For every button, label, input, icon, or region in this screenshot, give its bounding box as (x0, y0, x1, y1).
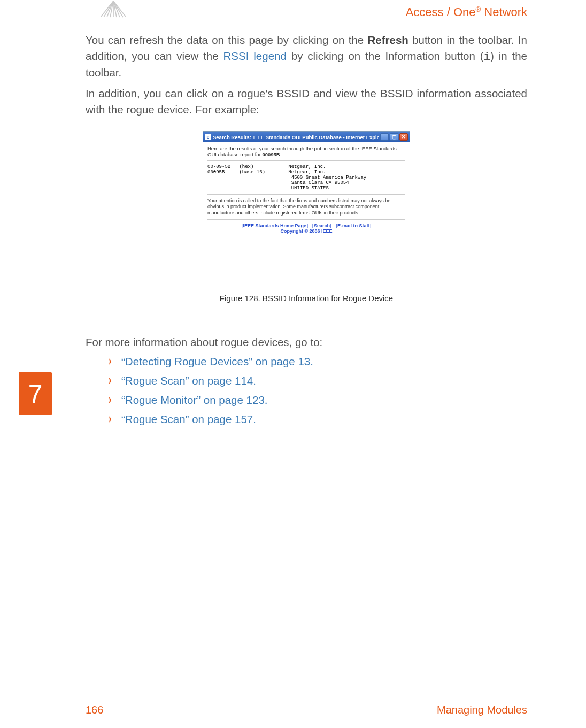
chapter-tab: 7 (19, 372, 52, 415)
footer-section-title: Managing Modules (437, 704, 527, 716)
bullet-icon (108, 377, 114, 385)
header-logo-icon (101, 1, 126, 21)
link-detecting-rogue[interactable]: “Detecting Rogue Devices” on page 13. (121, 355, 313, 368)
divider (207, 194, 405, 195)
divider (207, 160, 405, 161)
divider (207, 219, 405, 220)
ie-window-title: Search Results: IEEE Standards OUI Publi… (213, 134, 379, 140)
link-rogue-monitor[interactable]: “Rogue Monitor” on page 123. (121, 394, 268, 407)
paragraph-refresh: You can refresh the data on this page by… (86, 32, 527, 81)
footer-rule (86, 701, 527, 701)
list-item: “Rogue Scan” on page 157. (108, 413, 527, 426)
ie-window: e Search Results: IEEE Standards OUI Pub… (203, 131, 410, 286)
close-button[interactable]: ✕ (399, 133, 408, 141)
header-rule (86, 22, 527, 22)
header-product-title: Access / One® Network (406, 5, 527, 19)
link-rogue-scan-157[interactable]: “Rogue Scan” on page 157. (121, 413, 256, 426)
list-item: “Detecting Rogue Devices” on page 13. (108, 355, 527, 368)
ieee-home-link[interactable]: [IEEE Standards Home Page] (241, 223, 308, 228)
maximize-button[interactable]: ▢ (390, 133, 398, 141)
figure-128: e Search Results: IEEE Standards OUI Pub… (86, 131, 527, 303)
ieee-copyright: Copyright © 2006 IEEE (280, 228, 332, 234)
rssi-legend-link[interactable]: RSSI legend (223, 50, 287, 62)
minimize-button[interactable]: _ (380, 133, 389, 141)
refresh-label: Refresh (368, 34, 408, 46)
ieee-search-link[interactable]: [Search] (312, 223, 331, 228)
ie-oui-block: 00-09-5B (hex) Netgear, Inc. 00095B (bas… (207, 164, 405, 191)
ie-footer-links: [IEEE Standards Home Page] - [Search] - … (207, 223, 405, 234)
bullet-icon (108, 396, 114, 404)
bullet-icon (108, 416, 114, 423)
list-item: “Rogue Monitor” on page 123. (108, 394, 527, 407)
link-rogue-scan-114[interactable]: “Rogue Scan” on page 114. (121, 374, 256, 387)
paragraph-bssid: In addition, you can click on a rogue's … (86, 86, 527, 117)
figure-caption: Figure 128. BSSID Information for Rogue … (86, 294, 527, 303)
page-number: 166 (86, 704, 103, 716)
ie-content: Here are the results of your search thro… (203, 142, 410, 237)
bullet-list: “Detecting Rogue Devices” on page 13. “R… (108, 355, 527, 432)
paragraph-moreinfo: For more information about rogue devices… (86, 334, 527, 350)
list-item: “Rogue Scan” on page 114. (108, 374, 527, 387)
ie-app-icon: e (205, 134, 211, 140)
ie-intro: Here are the results of your search thro… (207, 145, 405, 157)
info-icon-char: i (484, 51, 490, 63)
bullet-icon (108, 358, 114, 365)
ie-note: Your attention is called to the fact tha… (207, 198, 405, 216)
ie-titlebar: e Search Results: IEEE Standards OUI Pub… (203, 132, 410, 142)
ieee-email-link[interactable]: [E-mail to Staff] (336, 223, 372, 228)
